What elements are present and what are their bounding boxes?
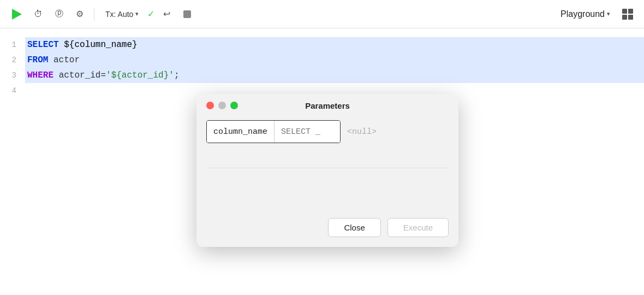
history-button[interactable]: ⏱ <box>29 5 47 23</box>
param-input-box[interactable]: column_name <box>206 120 341 143</box>
run-button[interactable] <box>8 5 26 23</box>
history-icon: ⏱ <box>34 9 43 19</box>
grid-icon <box>622 9 633 20</box>
keyword-from: FROM <box>27 55 48 65</box>
param-name-label: column_name <box>207 121 275 143</box>
bookmark-button[interactable]: ⓟ <box>50 5 68 23</box>
line-number-4: 4 <box>0 83 27 98</box>
stop-icon <box>183 10 191 18</box>
main-area: 1 SELECT ${column_name} 2 FROM actor 3 W… <box>0 28 644 295</box>
modal-body: column_name <null> <box>196 115 458 211</box>
grid-view-button[interactable] <box>619 5 636 23</box>
modal-titlebar: Parameters <box>196 94 458 115</box>
line-number-1: 1 <box>0 37 27 52</box>
undo-icon: ↩ <box>163 9 170 19</box>
check-icon: ✓ <box>147 9 154 19</box>
execute-button[interactable]: Execute <box>387 218 449 237</box>
editor-line-3: 3 WHERE actor_id='${actor_id}'; <box>0 68 644 83</box>
toolbar: ⏱ ⓟ ⚙ Tx: Auto ▾ ✓ ↩ Playground ▾ <box>0 0 644 28</box>
keyword-where: WHERE <box>27 70 53 80</box>
line-content-1: SELECT ${column_name} <box>25 37 644 52</box>
chevron-down-icon: ▾ <box>135 10 139 17</box>
tx-label: Tx: Auto <box>105 10 133 19</box>
settings-button[interactable]: ⚙ <box>71 5 88 23</box>
null-label: <null> <box>347 127 377 137</box>
line-number-2: 2 <box>0 52 27 68</box>
settings-icon: ⚙ <box>76 9 84 19</box>
table-name: actor <box>53 55 80 65</box>
stop-button[interactable] <box>178 5 196 23</box>
column-condition: actor_id= <box>59 70 106 80</box>
divider-1 <box>94 8 94 21</box>
traffic-lights <box>206 102 238 109</box>
param-row-column-name: column_name <null> <box>206 120 449 143</box>
close-button[interactable]: Close <box>328 218 380 237</box>
editor-line-1: 1 SELECT ${column_name} <box>0 37 644 52</box>
line-content-3: WHERE actor_id='${actor_id}'; <box>25 68 644 83</box>
param-value-input[interactable] <box>275 121 340 143</box>
editor-line-2: 2 FROM actor <box>0 52 644 68</box>
line-content-2: FROM actor <box>25 52 644 68</box>
semicolon: ; <box>174 70 180 80</box>
param-empty-area <box>206 149 449 168</box>
playground-label: Playground <box>560 9 605 19</box>
tx-dropdown-button[interactable]: Tx: Auto ▾ <box>100 8 144 21</box>
keyword-select: SELECT <box>27 40 59 50</box>
modal-footer: Close Execute <box>196 211 458 247</box>
param-column-name: ${column_name} <box>64 40 137 50</box>
line-number-3: 3 <box>0 68 27 83</box>
param-actor-id: '${actor_id}' <box>106 70 174 80</box>
modal-title: Parameters <box>305 101 350 110</box>
maximize-traffic-light[interactable] <box>230 102 238 109</box>
playground-dropdown-button[interactable]: Playground ▾ <box>555 7 616 21</box>
minimize-traffic-light[interactable] <box>218 102 226 109</box>
bookmark-icon: ⓟ <box>55 9 63 19</box>
playground-chevron-icon: ▾ <box>607 10 610 17</box>
undo-button[interactable]: ↩ <box>158 5 175 23</box>
parameters-modal: Parameters column_name <null> Close Exec… <box>196 94 458 247</box>
close-traffic-light[interactable] <box>206 102 214 109</box>
run-triangle-icon <box>12 9 22 20</box>
